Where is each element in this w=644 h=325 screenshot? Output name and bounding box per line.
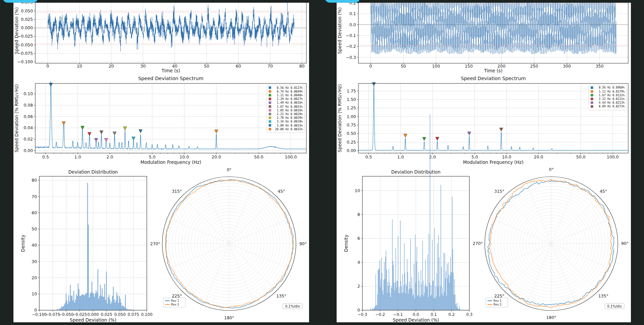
svg-text:−0.1: −0.1 xyxy=(346,33,356,38)
spectrum-legend: 0.56 Hz0.0127%0.74 Hz0.0049%1.11 Hz0.004… xyxy=(267,85,304,133)
svg-text:Speed Deviation Spectrum: Speed Deviation Spectrum xyxy=(138,76,203,81)
svg-text:−0.075: −0.075 xyxy=(45,312,60,317)
spectrum-chart: 0.51.02.05.010.020.050.0100.00.000.020.0… xyxy=(14,76,306,165)
svg-text:200: 200 xyxy=(498,64,506,69)
polar-scale-label: 0.1%/div xyxy=(283,303,302,309)
polar-legend: Rev 1Rev 2 xyxy=(163,298,185,307)
svg-text:Time (s): Time (s) xyxy=(484,68,503,73)
app-background: 01020304050607080−0.100−0.075−0.050−0.02… xyxy=(0,0,644,325)
svg-text:Rev 2: Rev 2 xyxy=(171,303,179,306)
right-panel-button[interactable] xyxy=(325,0,360,3)
svg-text:5.0: 5.0 xyxy=(149,154,156,159)
svg-text:80: 80 xyxy=(32,178,37,183)
svg-text:Speed Deviation Spectrum: Speed Deviation Spectrum xyxy=(461,76,526,81)
spectrum-legend: 0.56 Hz0.0968%1.11 Hz0.0179%1.67 Hz0.013… xyxy=(589,85,626,110)
svg-text:0.1%/div: 0.1%/div xyxy=(285,304,300,308)
svg-text:0.04: 0.04 xyxy=(24,125,33,130)
svg-text:1.50: 1.50 xyxy=(347,97,356,102)
svg-text:0.075: 0.075 xyxy=(21,3,33,5)
svg-text:45°: 45° xyxy=(600,189,607,194)
svg-text:0: 0 xyxy=(357,308,360,313)
svg-text:0.02: 0.02 xyxy=(24,137,33,142)
svg-text:0.1%/div: 0.1%/div xyxy=(607,304,622,308)
svg-text:100.0: 100.0 xyxy=(285,154,297,159)
svg-text:Speed Deviation (% RMS/√Hz): Speed Deviation (% RMS/√Hz) xyxy=(14,84,19,152)
svg-text:1.75: 1.75 xyxy=(347,88,356,94)
left-panel-button[interactable] xyxy=(3,0,38,3)
svg-text:8.89 Hz: 8.89 Hz xyxy=(599,105,611,108)
histogram-chart: −0.3−0.2−0.10.00.10.20.30246810Deviation… xyxy=(344,114,473,322)
svg-text:300: 300 xyxy=(563,64,571,69)
svg-text:Deviation Distribution: Deviation Distribution xyxy=(391,170,441,175)
polar-chart: 0°45°90°135°180°225°270°315°Rev 1Rev 20.… xyxy=(150,167,307,320)
svg-text:0.0016%: 0.0016% xyxy=(291,101,303,104)
svg-text:6: 6 xyxy=(357,236,360,241)
svg-text:10: 10 xyxy=(32,291,37,296)
svg-text:1.00: 1.00 xyxy=(347,114,356,119)
svg-text:50.0: 50.0 xyxy=(254,154,263,159)
svg-text:50: 50 xyxy=(32,226,37,231)
svg-text:150: 150 xyxy=(465,64,473,69)
svg-text:Modulation Frequency (Hz): Modulation Frequency (Hz) xyxy=(463,160,523,165)
svg-text:0.0127%: 0.0127% xyxy=(291,86,303,89)
svg-text:0.00: 0.00 xyxy=(347,148,356,153)
svg-text:0.0018%: 0.0018% xyxy=(291,120,303,123)
svg-text:0.2: 0.2 xyxy=(349,3,356,5)
svg-text:0.0179%: 0.0179% xyxy=(612,90,625,93)
svg-text:70: 70 xyxy=(267,64,273,69)
svg-text:−0.050: −0.050 xyxy=(17,42,33,47)
svg-text:10.0: 10.0 xyxy=(180,154,189,159)
svg-text:60: 60 xyxy=(236,64,241,69)
polar-scale-label: 0.1%/div xyxy=(605,303,624,309)
svg-text:0: 0 xyxy=(34,308,37,313)
svg-text:1.25: 1.25 xyxy=(347,105,356,110)
svg-text:0.50: 0.50 xyxy=(347,131,356,136)
svg-text:1.0: 1.0 xyxy=(397,154,404,159)
svg-text:2.22 Hz: 2.22 Hz xyxy=(599,97,611,101)
svg-text:3.89 Hz: 3.89 Hz xyxy=(277,124,289,127)
svg-text:0.0049%: 0.0049% xyxy=(291,90,303,93)
svg-text:1.49 Hz: 1.49 Hz xyxy=(277,101,289,104)
svg-text:30: 30 xyxy=(32,259,37,264)
svg-text:0.050: 0.050 xyxy=(21,8,33,13)
svg-text:0.06: 0.06 xyxy=(24,114,33,119)
svg-text:180°: 180° xyxy=(546,315,556,320)
svg-text:0.08: 0.08 xyxy=(24,103,33,108)
svg-text:40: 40 xyxy=(32,243,37,248)
svg-text:0.5: 0.5 xyxy=(365,154,372,159)
svg-text:0.000: 0.000 xyxy=(21,25,33,30)
svg-text:Speed Deviation (%): Speed Deviation (%) xyxy=(393,318,439,322)
svg-text:0.0040%: 0.0040% xyxy=(291,94,303,97)
svg-text:0.0273%: 0.0273% xyxy=(612,105,625,108)
svg-text:−0.2: −0.2 xyxy=(375,312,385,317)
svg-text:10.0: 10.0 xyxy=(502,154,511,159)
svg-text:0.0132%: 0.0132% xyxy=(612,94,625,97)
svg-text:20.00 Hz: 20.00 Hz xyxy=(275,128,289,131)
right-figure-canvas: 050100150200250300350−0.3−0.2−0.10.00.10… xyxy=(337,3,631,322)
svg-text:0.0039%: 0.0039% xyxy=(291,116,303,119)
svg-text:−0.050: −0.050 xyxy=(59,312,74,317)
svg-text:0.100: 0.100 xyxy=(141,312,153,317)
svg-text:270°: 270° xyxy=(150,241,160,246)
left-figure-canvas: 01020304050607080−0.100−0.075−0.050−0.02… xyxy=(13,3,309,322)
svg-text:0.025: 0.025 xyxy=(101,312,112,317)
svg-text:0.0032%: 0.0032% xyxy=(291,128,303,131)
svg-text:70: 70 xyxy=(32,194,37,199)
svg-text:90°: 90° xyxy=(299,241,307,246)
svg-text:Rev 1: Rev 1 xyxy=(171,299,179,302)
svg-text:50: 50 xyxy=(204,64,209,69)
svg-text:1.29 Hz: 1.29 Hz xyxy=(277,97,289,101)
svg-text:0.3: 0.3 xyxy=(466,312,473,317)
svg-text:Speed Deviation (%): Speed Deviation (%) xyxy=(70,317,117,322)
svg-text:5.0: 5.0 xyxy=(471,154,478,159)
polar-chart: 0°45°90°135°180°225°270°315°Rev 1Rev 20.… xyxy=(473,167,629,320)
svg-text:1.11 Hz: 1.11 Hz xyxy=(599,90,611,93)
svg-text:Deviation Distribution: Deviation Distribution xyxy=(68,169,118,175)
svg-text:0.0: 0.0 xyxy=(413,312,419,317)
svg-text:−0.3: −0.3 xyxy=(357,312,367,317)
svg-text:0.56 Hz: 0.56 Hz xyxy=(599,86,611,89)
svg-text:10: 10 xyxy=(77,64,82,69)
svg-text:2.78 Hz: 2.78 Hz xyxy=(277,116,289,119)
svg-text:50.0: 50.0 xyxy=(576,154,586,159)
svg-text:2.22 Hz: 2.22 Hz xyxy=(277,112,289,116)
